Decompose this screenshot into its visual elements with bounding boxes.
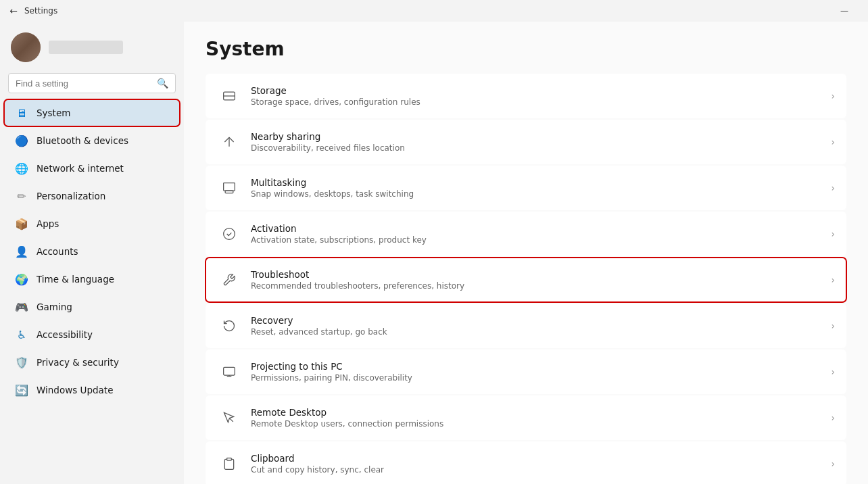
multitasking-title: Multitasking bbox=[251, 177, 831, 188]
multitasking-chevron-icon: › bbox=[831, 183, 835, 193]
sidebar-item-accounts[interactable]: 👤Accounts bbox=[4, 238, 180, 265]
sidebar: 🔍 🖥System🔵Bluetooth & devices🌐Network & … bbox=[0, 22, 184, 484]
multitasking-text: MultitaskingSnap windows, desktops, task… bbox=[251, 177, 831, 199]
recovery-text: RecoveryReset, advanced startup, go back bbox=[251, 315, 831, 337]
sidebar-item-system[interactable]: 🖥System bbox=[4, 99, 180, 126]
apps-icon: 📦 bbox=[15, 217, 28, 231]
activation-text: ActivationActivation state, subscription… bbox=[251, 223, 831, 245]
sidebar-item-apps[interactable]: 📦Apps bbox=[4, 210, 180, 237]
personalization-icon: ✏️ bbox=[15, 189, 28, 203]
projecting-desc: Permissions, pairing PIN, discoverabilit… bbox=[251, 373, 831, 383]
titlebar: ← Settings — bbox=[0, 0, 868, 22]
svg-rect-5 bbox=[224, 367, 235, 375]
sidebar-label-privacy: Privacy & security bbox=[37, 357, 119, 368]
settings-item-storage[interactable]: StorageStorage space, drives, configurat… bbox=[206, 74, 846, 118]
multitasking-desc: Snap windows, desktops, task switching bbox=[251, 189, 831, 199]
sidebar-label-gaming: Gaming bbox=[37, 301, 72, 312]
sidebar-item-time[interactable]: 🌍Time & language bbox=[4, 266, 180, 293]
settings-item-projecting[interactable]: Projecting to this PCPermissions, pairin… bbox=[206, 349, 846, 394]
sidebar-item-privacy[interactable]: 🛡️Privacy & security bbox=[4, 349, 180, 376]
settings-list: StorageStorage space, drives, configurat… bbox=[206, 74, 846, 484]
remote-desktop-icon bbox=[217, 406, 241, 430]
sidebar-label-accounts: Accounts bbox=[37, 246, 78, 257]
troubleshoot-icon bbox=[217, 268, 241, 292]
sidebar-label-personalization: Personalization bbox=[37, 191, 105, 201]
user-name bbox=[49, 41, 123, 54]
troubleshoot-text: TroubleshootRecommended troubleshooters,… bbox=[251, 269, 831, 291]
clipboard-desc: Cut and copy history, sync, clear bbox=[251, 465, 831, 475]
sidebar-label-accessibility: Accessibility bbox=[37, 329, 93, 340]
settings-item-nearby-sharing[interactable]: Nearby sharingDiscoverability, received … bbox=[206, 120, 846, 164]
sidebar-item-accessibility[interactable]: ♿Accessibility bbox=[4, 321, 180, 348]
svg-point-4 bbox=[224, 228, 235, 240]
remote-desktop-chevron-icon: › bbox=[831, 412, 835, 423]
back-button[interactable]: ← bbox=[8, 5, 19, 16]
sidebar-label-time: Time & language bbox=[37, 274, 114, 285]
page-title: System bbox=[206, 38, 846, 60]
settings-item-activation[interactable]: ActivationActivation state, subscription… bbox=[206, 212, 846, 256]
svg-rect-2 bbox=[224, 183, 235, 191]
update-icon: 🔄 bbox=[15, 383, 28, 397]
search-input[interactable] bbox=[16, 78, 153, 89]
gaming-icon: 🎮 bbox=[15, 300, 28, 314]
sidebar-label-network: Network & internet bbox=[37, 163, 124, 174]
multitasking-icon bbox=[217, 176, 241, 200]
projecting-chevron-icon: › bbox=[831, 366, 835, 377]
user-section bbox=[0, 22, 184, 70]
activation-chevron-icon: › bbox=[831, 228, 835, 239]
storage-text: StorageStorage space, drives, configurat… bbox=[251, 85, 831, 107]
sidebar-item-update[interactable]: 🔄Windows Update bbox=[4, 377, 180, 404]
settings-item-troubleshoot[interactable]: TroubleshootRecommended troubleshooters,… bbox=[206, 258, 846, 302]
recovery-title: Recovery bbox=[251, 315, 831, 326]
main-layout: 🔍 🖥System🔵Bluetooth & devices🌐Network & … bbox=[0, 22, 868, 484]
troubleshoot-desc: Recommended troubleshooters, preferences… bbox=[251, 281, 831, 291]
sidebar-item-network[interactable]: 🌐Network & internet bbox=[4, 155, 180, 182]
recovery-chevron-icon: › bbox=[831, 320, 835, 331]
avatar bbox=[11, 32, 41, 62]
settings-item-recovery[interactable]: RecoveryReset, advanced startup, go back… bbox=[206, 304, 846, 348]
projecting-title: Projecting to this PC bbox=[251, 361, 831, 372]
projecting-icon bbox=[217, 360, 241, 384]
settings-item-multitasking[interactable]: MultitaskingSnap windows, desktops, task… bbox=[206, 166, 846, 210]
recovery-desc: Reset, advanced startup, go back bbox=[251, 327, 831, 337]
sidebar-item-bluetooth[interactable]: 🔵Bluetooth & devices bbox=[4, 127, 180, 154]
svg-rect-3 bbox=[225, 191, 233, 193]
nearby-sharing-text: Nearby sharingDiscoverability, received … bbox=[251, 131, 831, 153]
content-area: System StorageStorage space, drives, con… bbox=[184, 22, 868, 484]
activation-icon bbox=[217, 222, 241, 246]
troubleshoot-title: Troubleshoot bbox=[251, 269, 831, 280]
sidebar-label-update: Windows Update bbox=[37, 385, 113, 395]
clipboard-icon bbox=[217, 452, 241, 476]
nav-list: 🖥System🔵Bluetooth & devices🌐Network & in… bbox=[0, 99, 184, 404]
search-icon: 🔍 bbox=[157, 78, 168, 89]
nearby-sharing-title: Nearby sharing bbox=[251, 131, 831, 142]
storage-icon bbox=[217, 84, 241, 108]
sidebar-item-personalization[interactable]: ✏️Personalization bbox=[4, 183, 180, 210]
settings-item-clipboard[interactable]: ClipboardCut and copy history, sync, cle… bbox=[206, 441, 846, 484]
projecting-text: Projecting to this PCPermissions, pairin… bbox=[251, 361, 831, 383]
accounts-icon: 👤 bbox=[15, 245, 28, 258]
remote-desktop-text: Remote DesktopRemote Desktop users, conn… bbox=[251, 407, 831, 429]
nearby-sharing-chevron-icon: › bbox=[831, 137, 835, 147]
recovery-icon bbox=[217, 314, 241, 338]
nearby-sharing-desc: Discoverability, received files location bbox=[251, 143, 831, 153]
sidebar-label-bluetooth: Bluetooth & devices bbox=[37, 135, 128, 146]
storage-title: Storage bbox=[251, 85, 831, 96]
sidebar-item-gaming[interactable]: 🎮Gaming bbox=[4, 293, 180, 320]
svg-rect-8 bbox=[227, 458, 232, 460]
network-icon: 🌐 bbox=[15, 162, 28, 175]
privacy-icon: 🛡️ bbox=[15, 356, 28, 369]
bluetooth-icon: 🔵 bbox=[15, 134, 28, 147]
storage-desc: Storage space, drives, configuration rul… bbox=[251, 97, 831, 107]
remote-desktop-desc: Remote Desktop users, connection permiss… bbox=[251, 419, 831, 429]
nearby-sharing-icon bbox=[217, 130, 241, 154]
avatar-image bbox=[11, 32, 41, 62]
search-box[interactable]: 🔍 bbox=[8, 73, 176, 93]
settings-item-remote-desktop[interactable]: Remote DesktopRemote Desktop users, conn… bbox=[206, 395, 846, 440]
clipboard-text: ClipboardCut and copy history, sync, cle… bbox=[251, 453, 831, 475]
minimize-button[interactable]: — bbox=[829, 0, 860, 22]
activation-title: Activation bbox=[251, 223, 831, 234]
sidebar-label-apps: Apps bbox=[37, 218, 59, 229]
clipboard-chevron-icon: › bbox=[831, 458, 835, 469]
storage-chevron-icon: › bbox=[831, 91, 835, 101]
